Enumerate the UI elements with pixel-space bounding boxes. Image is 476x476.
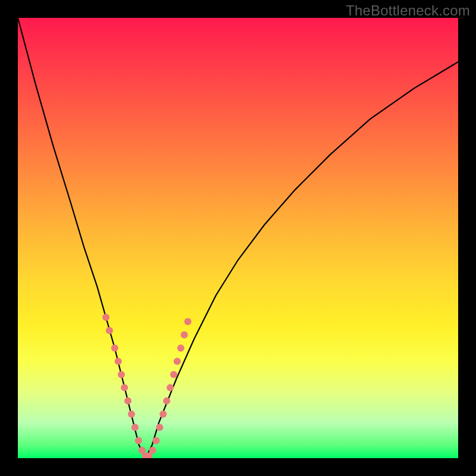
sample-point bbox=[118, 371, 125, 378]
sample-point bbox=[177, 345, 184, 352]
bottleneck-curve bbox=[18, 18, 458, 458]
sample-point bbox=[121, 384, 128, 392]
sample-point bbox=[184, 318, 192, 325]
sample-point bbox=[156, 424, 163, 431]
sample-point bbox=[124, 397, 131, 405]
chart-overlay bbox=[18, 18, 458, 458]
sample-point bbox=[106, 327, 113, 334]
sample-point bbox=[102, 314, 109, 321]
sample-point bbox=[181, 331, 188, 339]
sample-point bbox=[170, 371, 177, 378]
sample-point bbox=[115, 358, 122, 365]
sample-point bbox=[159, 411, 167, 418]
sample-point bbox=[163, 397, 170, 405]
sample-point bbox=[174, 358, 181, 365]
sample-point bbox=[167, 384, 174, 392]
watermark-text: TheBottleneck.com bbox=[346, 2, 470, 19]
sample-points bbox=[102, 314, 192, 458]
sample-point bbox=[152, 437, 159, 444]
sample-point bbox=[149, 447, 156, 454]
sample-point bbox=[111, 345, 118, 352]
plot-area bbox=[18, 18, 458, 458]
sample-point bbox=[135, 437, 142, 444]
sample-point bbox=[131, 424, 139, 431]
sample-point bbox=[128, 411, 135, 418]
chart-frame: TheBottleneck.com bbox=[0, 0, 476, 476]
